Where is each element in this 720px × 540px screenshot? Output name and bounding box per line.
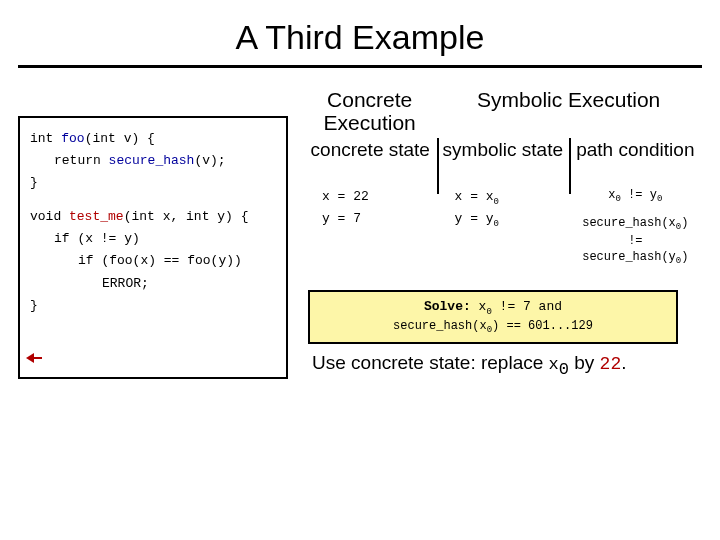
use-concrete-line: Use concrete state: replace x0 by 22.: [312, 352, 702, 379]
content-area: int foo(int v) { return secure_hash(v); …: [0, 88, 720, 379]
subscript: 0: [657, 194, 662, 204]
code-text: (v);: [194, 153, 225, 168]
solve-text: secure_hash(x: [393, 319, 487, 333]
code-line-2: return secure_hash(v);: [30, 150, 276, 172]
table-row: x = 22 x = x0 x0 != y0: [304, 187, 702, 209]
code-text: (int x, int y) {: [124, 209, 249, 224]
code-line-1: int foo(int v) {: [30, 128, 276, 150]
subscript: 0: [559, 360, 569, 379]
solve-text: != 7 and: [492, 299, 562, 314]
fn-secure-hash: secure_hash: [109, 153, 195, 168]
arrow-icon: [26, 353, 40, 363]
solve-text: ) == 601...129: [492, 319, 593, 333]
code-spacer: [30, 194, 276, 206]
subheader-concrete-state: concrete state: [304, 140, 437, 161]
code-text: (int v) {: [85, 131, 155, 146]
use-text: Use concrete state: replace: [312, 352, 549, 373]
execution-panel: Concrete Execution Symbolic Execution co…: [304, 88, 702, 379]
symbolic-y: y = y0: [437, 209, 570, 268]
pc-text: !=: [628, 234, 642, 248]
concrete-x: x = 22: [304, 187, 437, 209]
subheader-row: concrete state symbolic state path condi…: [304, 140, 702, 161]
solve-line-1: Solve: x0 != 7 and: [320, 298, 666, 318]
pc-text: secure_hash(y: [582, 250, 676, 264]
pc-text: != y: [621, 188, 657, 202]
sym-text: y = y: [455, 211, 494, 226]
code-line-8: }: [30, 295, 276, 317]
subscript: 0: [494, 218, 499, 228]
divider-line: [437, 138, 439, 194]
pc-text: ): [681, 216, 688, 230]
divider-line: [569, 138, 571, 194]
code-line-6: if (foo(x) == foo(y)): [30, 250, 276, 272]
symbolic-x: x = x0: [437, 187, 570, 209]
slide-title: A Third Example: [0, 0, 720, 65]
subscript: 0: [494, 197, 499, 207]
kw-return: return: [54, 153, 109, 168]
path-cond-1: x0 != y0: [569, 187, 702, 209]
use-text: by: [569, 352, 600, 373]
path-cond-2: secure_hash(x0) != secure_hash(y0): [569, 209, 702, 268]
code-line-5: if (x != y): [30, 228, 276, 250]
header-row: Concrete Execution Symbolic Execution: [304, 88, 702, 134]
pc-text: secure_hash(x: [582, 216, 676, 230]
code-box: int foo(int v) { return secure_hash(v); …: [18, 116, 288, 379]
data-rows: x = 22 x = x0 x0 != y0 y = 7 y = y0 secu…: [304, 187, 702, 268]
table-row: y = 7 y = y0 secure_hash(x0) != secure_h…: [304, 209, 702, 268]
pc-text: x: [608, 188, 615, 202]
solve-box: Solve: x0 != 7 and secure_hash(x0) == 60…: [308, 290, 678, 344]
fn-test-me: test_me: [69, 209, 124, 224]
kw-void: void: [30, 209, 69, 224]
subheader-path-condition: path condition: [569, 140, 702, 161]
solve-label: Solve:: [424, 299, 479, 314]
header-concrete: Concrete Execution: [304, 88, 435, 134]
title-underline: [18, 65, 702, 68]
solve-line-2: secure_hash(x0) == 601...129: [320, 318, 666, 337]
subheader-symbolic-state: symbolic state: [437, 140, 570, 161]
use-text: .: [621, 352, 626, 373]
code-line-3: }: [30, 172, 276, 194]
use-var: x: [549, 355, 559, 374]
pc-text: ): [681, 250, 688, 264]
use-value: 22: [600, 354, 622, 374]
concrete-y: y = 7: [304, 209, 437, 268]
header-symbolic: Symbolic Execution: [435, 88, 702, 134]
fn-foo: foo: [61, 131, 84, 146]
kw-int: int: [30, 131, 61, 146]
code-line-4: void test_me(int x, int y) {: [30, 206, 276, 228]
sym-text: x = x: [455, 189, 494, 204]
code-line-7: ERROR;: [30, 273, 276, 295]
